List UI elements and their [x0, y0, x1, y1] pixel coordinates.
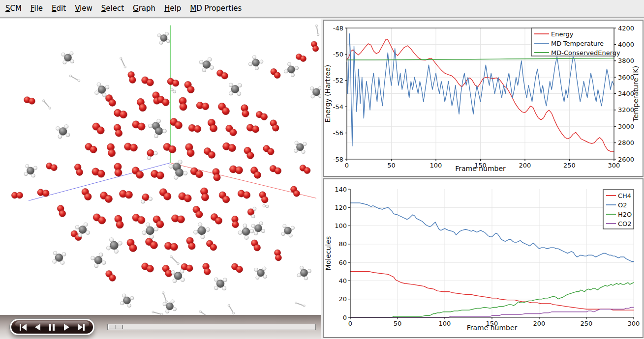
svg-text:3800: 3800: [618, 57, 634, 64]
molecules-chart-panel: 050100150200250300020406080100120140Fram…: [323, 178, 644, 338]
amsmovie-window: SCMFileEditViewSelectGraphHelpMD Propert…: [0, 0, 644, 339]
svg-text:4000: 4000: [618, 41, 634, 48]
menu-item-select[interactable]: Select: [97, 4, 128, 13]
svg-text:100: 100: [439, 320, 451, 327]
molecule-viewer[interactable]: [0, 19, 321, 315]
svg-text:250: 250: [581, 320, 593, 327]
legend: EnergyMD-TemperatureMD-ConservedEnergy: [531, 28, 620, 56]
svg-text:-54: -54: [333, 103, 343, 111]
svg-text:100: 100: [335, 222, 347, 229]
svg-text:3000: 3000: [618, 123, 634, 130]
svg-text:O2: O2: [618, 201, 627, 209]
svg-text:-58: -58: [333, 156, 343, 163]
svg-text:-48: -48: [333, 25, 343, 32]
svg-text:H2O: H2O: [618, 211, 632, 218]
svg-text:2600: 2600: [618, 156, 634, 163]
x-axis-label: Frame number: [467, 324, 518, 332]
svg-text:-50: -50: [333, 51, 343, 58]
svg-text:140: 140: [335, 186, 347, 193]
svg-text:-52: -52: [333, 77, 343, 84]
menu-item-view[interactable]: View: [70, 4, 97, 13]
svg-text:4200: 4200: [618, 25, 634, 32]
y-axis-label: Energy (Hartree): [324, 65, 332, 122]
energy-chart: 050100150200250300-58-56-54-52-50-482600…: [324, 21, 643, 176]
menu-item-help[interactable]: Help: [160, 4, 185, 13]
y2-axis-label: Temperature (K): [632, 66, 640, 122]
svg-text:Energy: Energy: [551, 30, 574, 38]
svg-text:100: 100: [430, 162, 442, 169]
menu-bar: SCMFileEditViewSelectGraphHelpMD Propert…: [0, 0, 644, 18]
svg-text:0: 0: [345, 162, 349, 169]
pause-button[interactable]: [46, 323, 58, 332]
first-frame-button[interactable]: [18, 323, 30, 332]
svg-text:0: 0: [343, 314, 347, 321]
svg-text:MD-ConservedEnergy: MD-ConservedEnergy: [551, 49, 620, 56]
playback-controls: [10, 319, 94, 335]
y-axis-label: Molecules: [324, 236, 332, 271]
svg-text:20: 20: [338, 295, 347, 303]
svg-text:120: 120: [335, 204, 347, 211]
x-axis-label: Frame number: [455, 165, 506, 172]
svg-text:200: 200: [519, 162, 531, 169]
last-frame-button[interactable]: [75, 323, 87, 332]
menu-item-file[interactable]: File: [26, 4, 47, 13]
svg-text:60: 60: [338, 259, 347, 266]
play-forward-button[interactable]: [61, 323, 72, 332]
menu-item-graph[interactable]: Graph: [128, 4, 160, 13]
menu-item-scm[interactable]: SCM: [1, 4, 26, 13]
molecules: [11, 25, 321, 315]
skip-start-icon: [19, 323, 28, 331]
menu-item-edit[interactable]: Edit: [47, 4, 70, 13]
svg-text:50: 50: [387, 162, 396, 169]
svg-text:-56: -56: [333, 129, 343, 137]
axes: [348, 189, 634, 319]
playback-strip: [0, 315, 321, 339]
pause-icon: [48, 323, 56, 331]
svg-text:40: 40: [338, 277, 347, 284]
menu-item-md-properties[interactable]: MD Properties: [185, 4, 246, 13]
frame-slider[interactable]: [107, 324, 316, 330]
svg-text:0: 0: [348, 320, 352, 327]
play-backward-button[interactable]: [32, 323, 44, 332]
molecules-chart: 050100150200250300020406080100120140Fram…: [324, 179, 643, 337]
frame-slider-thumb[interactable]: [108, 325, 123, 329]
svg-text:80: 80: [338, 240, 347, 248]
svg-text:50: 50: [394, 320, 402, 327]
legend: CH4O2H2OCO2: [603, 190, 634, 229]
svg-text:CO2: CO2: [618, 220, 632, 227]
energy-chart-panel: 050100150200250300-58-56-54-52-50-482600…: [323, 20, 644, 177]
svg-text:200: 200: [533, 320, 546, 327]
svg-text:2800: 2800: [618, 139, 634, 146]
skip-end-icon: [77, 323, 85, 331]
molecule-scene: [0, 19, 321, 315]
svg-text:250: 250: [563, 162, 576, 169]
svg-text:300: 300: [628, 320, 640, 327]
play-icon: [62, 323, 71, 331]
svg-text:MD-Temperature: MD-Temperature: [551, 40, 604, 47]
play-back-icon: [33, 323, 42, 331]
svg-text:CH4: CH4: [618, 192, 631, 199]
